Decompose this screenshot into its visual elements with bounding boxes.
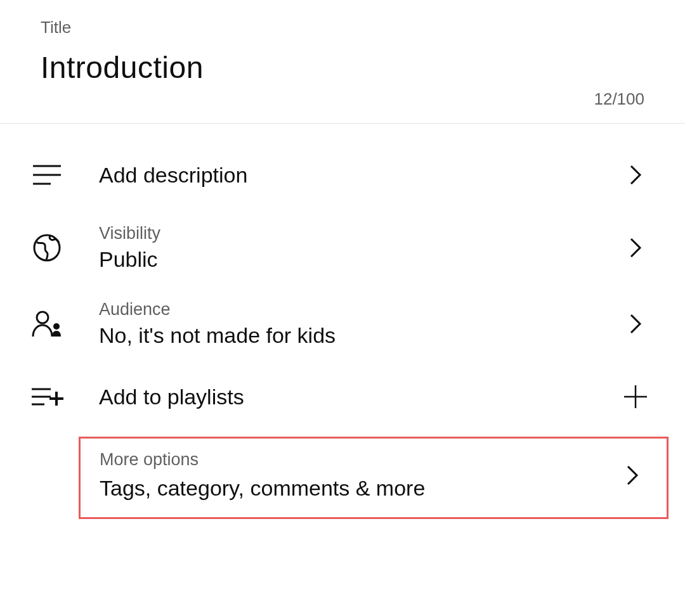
row-content: Add description bbox=[99, 163, 620, 188]
title-char-count: 12/100 bbox=[594, 89, 644, 109]
row-add-playlists[interactable]: Add to playlists bbox=[0, 362, 685, 432]
row-add-description[interactable]: Add description bbox=[0, 140, 685, 210]
row-visibility[interactable]: Visibility Public bbox=[0, 210, 685, 286]
row-label: Add to playlists bbox=[99, 385, 620, 409]
row-content: Add to playlists bbox=[99, 385, 620, 409]
title-input[interactable]: Introduction bbox=[41, 50, 644, 85]
audience-icon bbox=[30, 310, 63, 338]
row-audience[interactable]: Audience No, it's not made for kids bbox=[0, 286, 685, 362]
row-value: Tags, category, comments & more bbox=[100, 476, 617, 501]
chevron-right-icon bbox=[620, 164, 651, 186]
svg-point-5 bbox=[53, 323, 60, 330]
playlist-add-icon bbox=[30, 384, 63, 409]
description-icon bbox=[30, 162, 63, 188]
row-sub-label: Visibility bbox=[99, 224, 620, 243]
row-value: No, it's not made for kids bbox=[99, 323, 620, 348]
row-content: More options Tags, category, comments & … bbox=[100, 450, 617, 501]
title-section: Title Introduction 12/100 bbox=[0, 0, 685, 123]
chevron-right-icon bbox=[617, 465, 648, 486]
row-sub-label: More options bbox=[100, 450, 617, 470]
globe-icon bbox=[30, 233, 63, 262]
row-content: Visibility Public bbox=[99, 224, 620, 272]
row-content: Audience No, it's not made for kids bbox=[99, 300, 620, 348]
row-sub-label: Audience bbox=[99, 300, 620, 319]
settings-list: Add description Visibility Public bbox=[0, 124, 685, 519]
chevron-right-icon bbox=[620, 237, 651, 259]
svg-point-4 bbox=[37, 312, 48, 323]
chevron-right-icon bbox=[620, 313, 651, 335]
title-field-label: Title bbox=[41, 18, 644, 37]
row-label: Add description bbox=[99, 163, 620, 188]
plus-icon bbox=[620, 384, 651, 409]
row-more-options[interactable]: More options Tags, category, comments & … bbox=[79, 437, 669, 519]
row-value: Public bbox=[99, 247, 620, 272]
